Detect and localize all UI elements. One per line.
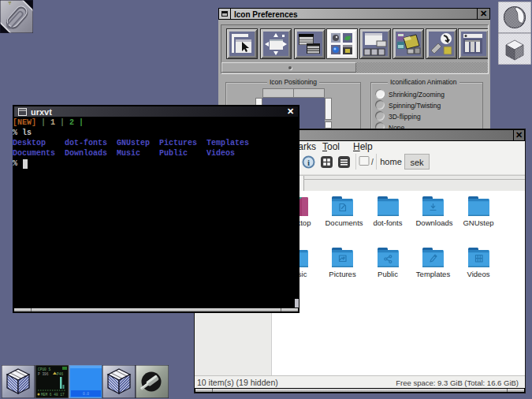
svg-text:MEM 6 48 17: MEM 6 48 17: [41, 393, 65, 397]
svg-text:P 396: P 396: [38, 372, 49, 376]
svg-text:/: /: [371, 158, 374, 166]
svg-text:i: i: [307, 158, 310, 167]
svg-text:0.0: 0.0: [83, 392, 89, 396]
svg-text:P46: P46: [57, 372, 63, 376]
svg-text:CPU0 S: CPU0 S: [38, 367, 51, 371]
